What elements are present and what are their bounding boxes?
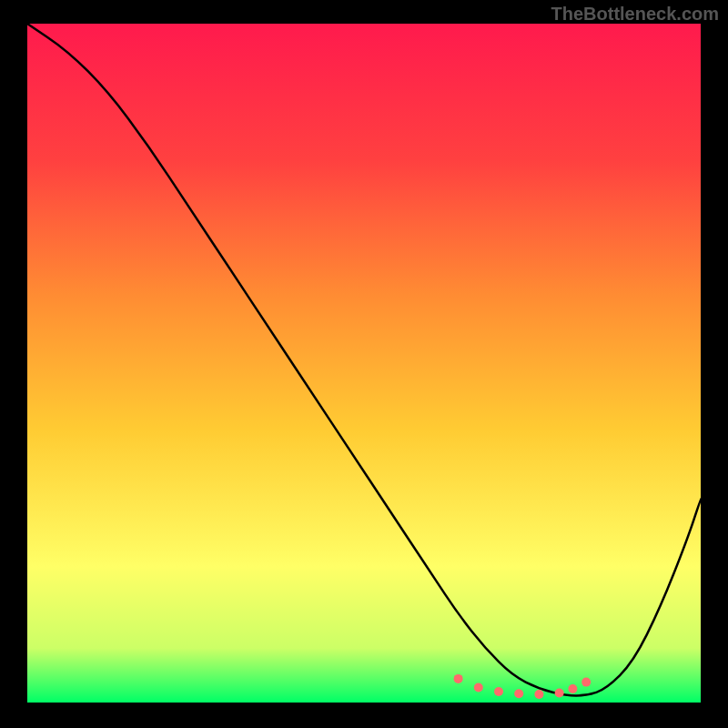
- marker-dot: [474, 683, 483, 693]
- marker-dot: [514, 689, 523, 698]
- marker-dot: [555, 689, 564, 698]
- curve-layer: [27, 24, 701, 703]
- plot-area: [27, 24, 701, 703]
- watermark-text: TheBottleneck.com: [551, 4, 719, 25]
- chart-container: TheBottleneck.com: [0, 0, 728, 728]
- marker-dot: [534, 690, 543, 699]
- marker-dot: [568, 684, 577, 693]
- bottleneck-curve: [27, 24, 701, 696]
- marker-dot: [494, 687, 503, 696]
- marker-dot: [581, 678, 591, 687]
- marker-dot: [454, 674, 463, 683]
